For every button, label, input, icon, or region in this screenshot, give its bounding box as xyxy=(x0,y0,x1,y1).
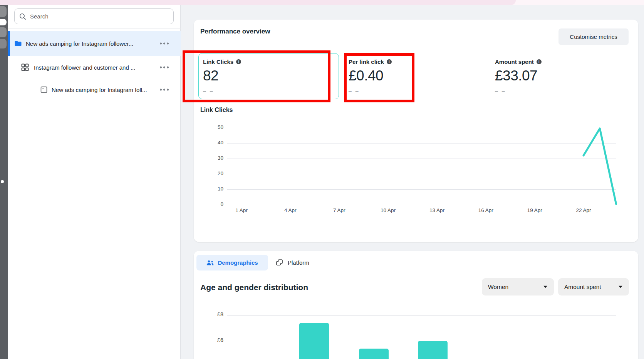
x-axis-label: 16 Apr xyxy=(478,207,493,213)
y-axis-label: £6 xyxy=(206,337,223,343)
search-icon xyxy=(19,13,26,20)
metric-label: Per link click xyxy=(349,58,384,65)
customise-metrics-button[interactable]: Customise metrics xyxy=(558,28,629,45)
top-strip-overlay xyxy=(0,0,516,5)
performance-overview-title: Performance overview xyxy=(200,28,270,35)
y-axis-label: 20 xyxy=(206,170,223,176)
item-options-icon[interactable] xyxy=(160,89,169,91)
selected-indicator xyxy=(8,31,10,56)
item-options-icon[interactable] xyxy=(160,43,169,45)
metric-value: £0.40 xyxy=(349,68,392,84)
metric-value: 82 xyxy=(203,68,241,84)
x-axis-label: 13 Apr xyxy=(429,207,444,213)
people-icon xyxy=(206,260,214,265)
x-axis-label: 19 Apr xyxy=(527,207,542,213)
metric-link-clicks[interactable]: Link Clicks i 82 – – xyxy=(203,58,241,94)
metric-subvalue: – – xyxy=(203,88,241,94)
sidebar-item-label: Instagram follower and customer and ... xyxy=(34,64,135,71)
info-icon[interactable]: i xyxy=(387,59,392,64)
x-axis-label: 22 Apr xyxy=(576,207,591,213)
sidebar-item-label: New ads camping for Instagram foll... xyxy=(52,87,147,93)
info-icon[interactable]: i xyxy=(236,59,241,64)
x-axis-label: 7 Apr xyxy=(333,207,345,213)
folder-icon xyxy=(14,40,22,47)
left-nav-rail[interactable] xyxy=(0,5,8,359)
sidebar-item-ad[interactable]: New ads camping for Instagram foll... xyxy=(8,78,181,101)
bar xyxy=(418,341,448,359)
y-axis-label: 30 xyxy=(206,155,223,161)
x-axis-label: 1 Apr xyxy=(235,207,248,213)
metric-label: Link Clicks xyxy=(203,58,233,65)
bar xyxy=(359,349,389,359)
rail-dot-icon xyxy=(1,180,4,183)
metric-amount-spent[interactable]: Amount spent i £33.07 – – xyxy=(495,58,542,94)
chevron-down-icon xyxy=(618,286,623,288)
search-placeholder: Search xyxy=(30,13,49,20)
line-series xyxy=(584,129,616,204)
rail-icon-1[interactable] xyxy=(0,6,7,17)
x-axis-label: 4 Apr xyxy=(284,207,297,213)
rail-icon-3[interactable] xyxy=(0,27,7,37)
bar xyxy=(299,323,329,359)
rail-icon-4[interactable] xyxy=(0,39,7,48)
y-axis-label: 0 xyxy=(206,201,223,207)
item-options-icon[interactable] xyxy=(160,67,169,68)
y-axis-label: £8 xyxy=(206,311,223,317)
metric-per-link-click[interactable]: Per link click i £0.40 – – xyxy=(349,58,392,94)
window-icon xyxy=(40,86,47,93)
gridline xyxy=(227,315,616,316)
performance-overview-card: Performance overview Customise metrics L… xyxy=(194,20,638,242)
search-input[interactable]: Search xyxy=(14,8,174,24)
y-axis-label: 40 xyxy=(206,140,223,145)
metric-label: Amount spent xyxy=(495,58,534,65)
sidebar-item-label: New ads camping for Instagram follower..… xyxy=(26,40,133,47)
ads-manager-screen: Search New ads camping for Instagram fol… xyxy=(0,0,644,359)
y-axis-label: 10 xyxy=(206,186,223,192)
metric-value: £33.07 xyxy=(495,68,542,84)
sidebar-item-adset[interactable]: Instagram follower and customer and ... xyxy=(8,56,181,78)
sidebar-divider xyxy=(8,28,181,28)
info-icon[interactable]: i xyxy=(537,59,542,64)
y-axis-label: 50 xyxy=(206,124,223,130)
grid-icon xyxy=(21,63,29,71)
metric-subvalue: – – xyxy=(349,88,392,94)
rail-icon-2[interactable] xyxy=(0,19,7,25)
top-strip xyxy=(0,0,644,5)
sidebar-item-campaign[interactable]: New ads camping for Instagram follower..… xyxy=(8,31,181,56)
metric-subvalue: – – xyxy=(495,88,542,94)
line-chart-title: Link Clicks xyxy=(200,107,233,114)
demographics-card: Demographics Platform Age and gender dis… xyxy=(194,251,638,359)
x-axis-label: 10 Apr xyxy=(381,207,396,213)
link-clicks-line xyxy=(227,128,616,205)
campaign-sidebar: Search New ads camping for Instagram fol… xyxy=(8,5,181,359)
